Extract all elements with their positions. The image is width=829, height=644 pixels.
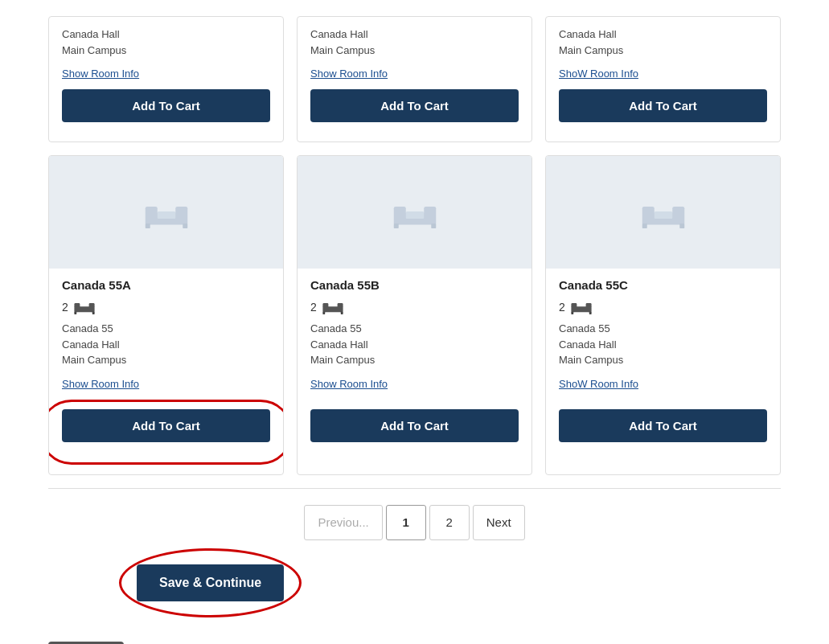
svg-rect-2: [175, 207, 187, 215]
room-card-canada-55b-add-to-cart-button[interactable]: Add To Cart: [310, 409, 519, 442]
svg-rect-32: [589, 312, 592, 315]
svg-rect-19: [337, 303, 343, 308]
room-card-canada-55a-name: Canada 55A: [62, 278, 270, 292]
svg-rect-21: [341, 312, 343, 315]
room-card-canada-55c: Canada 55C 2 Canada 55 Canada Hall Main …: [545, 155, 781, 475]
top-cards-grid: Canada Hall Main Campus Show Room Info A…: [48, 16, 781, 142]
section-divider: [48, 488, 781, 489]
room-card-canada-55a-info: Canada 55A 2 Canada 55 Canada Hall Main …: [49, 269, 283, 409]
svg-rect-15: [431, 224, 436, 228]
top-card-3-show-room-link[interactable]: ShoW Room Info: [559, 68, 638, 80]
room-card-canada-55a-show-room-link[interactable]: Show Room Info: [62, 378, 139, 390]
svg-rect-12: [393, 207, 405, 215]
top-card-1-campus: Main Campus: [62, 44, 126, 56]
svg-rect-13: [424, 207, 436, 215]
svg-rect-23: [642, 207, 654, 215]
top-card-3-location: Canada Hall Main Campus: [559, 27, 767, 58]
top-card-3-campus: Main Campus: [559, 44, 623, 56]
top-card-2-add-to-cart-button[interactable]: Add To Cart: [310, 89, 519, 122]
svg-rect-25: [642, 224, 646, 228]
room-card-canada-55c-info: Canada 55C 2 Canada 55 Canada Hall Main …: [546, 269, 780, 409]
bed-icon: [391, 195, 439, 231]
bed-icon: [639, 195, 687, 231]
svg-rect-4: [183, 224, 187, 228]
svg-rect-8: [88, 303, 94, 308]
svg-rect-16: [405, 211, 424, 219]
top-card-1-show-room-link[interactable]: Show Room Info: [62, 68, 139, 80]
top-card-2-campus: Main Campus: [310, 44, 375, 56]
save-continue-button[interactable]: Save & Continue: [137, 564, 284, 601]
svg-rect-3: [145, 224, 150, 228]
svg-rect-26: [679, 224, 684, 228]
svg-rect-7: [74, 303, 80, 308]
svg-rect-30: [585, 303, 591, 308]
room-card-canada-55b-location: Canada 55 Canada Hall Main Campus: [310, 321, 519, 368]
room-card-canada-55c-image: [546, 156, 780, 269]
save-continue-section: Save & Continue: [137, 564, 284, 601]
room-card-canada-55a-image: [49, 156, 283, 269]
top-card-2-show-room-link[interactable]: Show Room Info: [310, 68, 388, 80]
svg-rect-10: [92, 312, 95, 315]
room-card-canada-55b-info: Canada 55B 2 Canada 55 Canada Hall Main …: [298, 269, 531, 409]
top-card-2: Canada Hall Main Campus Show Room Info A…: [297, 16, 532, 142]
pagination-next-button[interactable]: Next: [473, 505, 525, 540]
room-card-canada-55b-show-room-link[interactable]: Show Room Info: [310, 378, 388, 390]
svg-rect-14: [393, 224, 398, 228]
top-card-3: Canada Hall Main Campus ShoW Room Info A…: [545, 16, 781, 142]
top-card-1-hall: Canada Hall: [62, 28, 120, 40]
room-card-canada-55b-btn-wrapper: Add To Cart: [298, 409, 531, 455]
top-card-3-hall: Canada Hall: [559, 28, 617, 40]
room-card-canada-55a-btn-wrapper: Add To Cart: [49, 409, 283, 455]
top-card-3-info: Canada Hall Main Campus ShoW Room Info A…: [546, 17, 780, 142]
bed-small-icon: [570, 298, 593, 316]
bed-icon: [142, 195, 191, 231]
room-card-canada-55a: Canada 55A 2 Canada 55 Canada Hall Main …: [48, 155, 284, 475]
room-card-canada-55b-image: [298, 156, 531, 269]
room-card-canada-55c-beds: 2: [559, 298, 767, 316]
svg-rect-1: [145, 207, 157, 215]
top-card-1-location: Canada Hall Main Campus: [62, 27, 270, 58]
pagination-previous-button[interactable]: Previou...: [304, 505, 382, 540]
room-card-canada-55b-name: Canada 55B: [310, 278, 519, 292]
room-card-canada-55c-show-room-link[interactable]: ShoW Room Info: [559, 378, 638, 390]
room-card-canada-55b: Canada 55B 2 Canada 55 Canada Hall Main …: [297, 155, 532, 475]
room-card-canada-55c-location: Canada 55 Canada Hall Main Campus: [559, 321, 767, 368]
top-card-2-location: Canada Hall Main Campus: [310, 27, 519, 58]
top-card-1-add-to-cart-button[interactable]: Add To Cart: [62, 89, 270, 122]
pagination-page1-button[interactable]: 1: [386, 505, 426, 540]
room-card-canada-55c-btn-wrapper: Add To Cart: [546, 409, 780, 455]
bottom-cards-grid: Canada 55A 2 Canada 55 Canada Hall Main …: [48, 155, 781, 475]
svg-rect-5: [157, 211, 175, 219]
page-wrapper: Canada Hall Main Campus Show Room Info A…: [0, 0, 829, 644]
svg-rect-31: [571, 312, 573, 315]
svg-rect-9: [74, 312, 76, 315]
top-card-1-info: Canada Hall Main Campus Show Room Info A…: [49, 17, 283, 142]
room-card-canada-55c-add-to-cart-button[interactable]: Add To Cart: [559, 409, 767, 442]
svg-rect-27: [654, 211, 672, 219]
svg-rect-24: [672, 207, 684, 215]
room-card-canada-55a-location: Canada 55 Canada Hall Main Campus: [62, 321, 270, 368]
go-back-button[interactable]: Go Back: [48, 642, 124, 645]
top-card-3-add-to-cart-button[interactable]: Add To Cart: [559, 89, 767, 122]
pagination: Previou... 1 2 Next: [48, 505, 781, 540]
room-card-canada-55c-name: Canada 55C: [559, 278, 767, 292]
room-card-canada-55b-beds: 2: [310, 298, 519, 316]
bed-small-icon: [73, 298, 96, 316]
svg-rect-20: [322, 312, 325, 315]
top-card-2-hall: Canada Hall: [310, 28, 368, 40]
top-card-1: Canada Hall Main Campus Show Room Info A…: [48, 16, 284, 142]
pagination-page2-button[interactable]: 2: [429, 505, 470, 540]
svg-rect-18: [322, 303, 328, 308]
bed-small-icon: [322, 298, 344, 316]
svg-rect-29: [571, 303, 577, 308]
top-card-2-info: Canada Hall Main Campus Show Room Info A…: [298, 17, 531, 142]
room-card-canada-55a-add-to-cart-button[interactable]: Add To Cart: [62, 409, 270, 442]
room-card-canada-55a-beds: 2: [62, 298, 270, 316]
go-back-section: Go Back: [48, 642, 781, 645]
